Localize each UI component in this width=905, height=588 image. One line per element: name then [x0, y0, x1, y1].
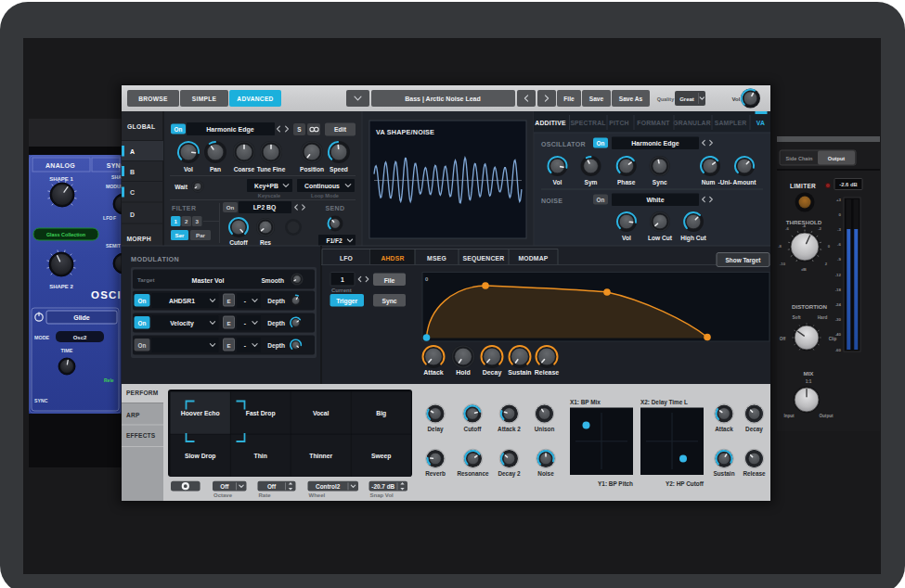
svg-text:SAMPLER: SAMPLER	[715, 120, 747, 126]
svg-text:Osc2: Osc2	[73, 335, 87, 340]
svg-text:Depth: Depth	[267, 298, 285, 305]
svg-text:-3: -3	[837, 227, 841, 232]
svg-text:Target: Target	[137, 276, 154, 283]
svg-text:AHDSR: AHDSR	[381, 255, 404, 262]
svg-text:Low Cut: Low Cut	[648, 235, 673, 241]
svg-text:-12: -12	[835, 273, 842, 277]
svg-text:-: -	[244, 298, 246, 304]
svg-text:Reverb: Reverb	[425, 470, 446, 477]
svg-text:SYNC: SYNC	[34, 398, 48, 403]
svg-text:ADDITIVE: ADDITIVE	[535, 120, 566, 126]
svg-text:SEND: SEND	[325, 205, 344, 211]
svg-text:NOISE: NOISE	[541, 198, 562, 204]
svg-text:Bass | Arctic Noise Lead: Bass | Arctic Noise Lead	[405, 96, 480, 103]
svg-text:Vol: Vol	[732, 96, 741, 102]
svg-text:-10: -10	[780, 262, 786, 266]
svg-text:PERFORM: PERFORM	[126, 390, 159, 396]
svg-text:Rate: Rate	[259, 492, 272, 498]
svg-text:Pan: Pan	[210, 166, 221, 173]
svg-text:Current: Current	[331, 288, 352, 293]
svg-text:LFO: LFO	[103, 215, 112, 221]
svg-text:Sustain: Sustain	[508, 369, 531, 376]
svg-text:Sync: Sync	[381, 298, 396, 305]
svg-text:-6: -6	[837, 242, 841, 247]
svg-text:Tune Fine: Tune Fine	[257, 166, 286, 173]
svg-text:Wait: Wait	[175, 184, 187, 190]
svg-text:1: 1	[174, 218, 177, 224]
svg-text:E: E	[226, 298, 230, 304]
svg-text:Release: Release	[743, 470, 766, 477]
svg-text:-4: -4	[802, 224, 806, 228]
svg-text:SHAPE 1: SHAPE 1	[49, 176, 73, 182]
svg-text:DISTORTION: DISTORTION	[792, 303, 828, 310]
svg-text:D: D	[130, 211, 135, 218]
svg-text:Quality: Quality	[657, 96, 674, 102]
svg-text:EFFECTS: EFFECTS	[126, 432, 156, 439]
svg-text:On: On	[597, 140, 605, 147]
svg-text:Depth: Depth	[267, 342, 285, 350]
svg-text:X1: BP Mix: X1: BP Mix	[570, 399, 601, 405]
svg-text:Off: Off	[220, 483, 229, 490]
svg-text:Trigger: Trigger	[336, 298, 357, 305]
svg-text:-24: -24	[835, 302, 842, 307]
svg-text:3: 3	[195, 218, 199, 224]
svg-text:GRANULAR: GRANULAR	[673, 120, 711, 126]
svg-text:Cutoff: Cutoff	[229, 239, 248, 246]
svg-text:Control2: Control2	[316, 483, 341, 490]
svg-text:Soft: Soft	[793, 315, 801, 320]
svg-text:Thin: Thin	[254, 453, 267, 459]
svg-text:On: On	[597, 197, 605, 203]
svg-text:1: 1	[341, 276, 344, 283]
svg-text:Sweep: Sweep	[371, 453, 392, 460]
svg-text:+3: +3	[836, 198, 842, 202]
svg-text:Vol: Vol	[553, 179, 562, 185]
svg-text:VA: VA	[756, 120, 765, 126]
svg-text:Res: Res	[260, 239, 271, 246]
svg-text:-2: -2	[818, 226, 821, 231]
svg-text:FILTER: FILTER	[172, 205, 196, 211]
svg-text:-: -	[244, 320, 246, 326]
svg-text:C: C	[130, 189, 135, 196]
svg-text:On: On	[138, 320, 147, 326]
svg-text:FORMANT: FORMANT	[637, 120, 670, 126]
svg-text:Decay: Decay	[745, 426, 763, 433]
svg-text:Big: Big	[376, 410, 386, 417]
svg-text:LP2 BQ: LP2 BQ	[253, 204, 277, 211]
svg-text:Wheel: Wheel	[309, 492, 326, 498]
svg-text:Key+PB: Key+PB	[254, 183, 278, 190]
svg-text:File: File	[384, 277, 395, 284]
svg-text:Glide: Glide	[73, 314, 90, 321]
svg-text:Speed: Speed	[330, 166, 348, 173]
svg-text:TIME: TIME	[61, 348, 73, 353]
svg-text:Attack 2: Attack 2	[498, 426, 521, 432]
svg-text:Sustain: Sustain	[713, 470, 734, 477]
svg-text:-60: -60	[835, 348, 842, 352]
svg-text:-2.6 dB: -2.6 dB	[839, 182, 857, 187]
svg-text:Octave: Octave	[213, 492, 233, 498]
svg-text:High Cut: High Cut	[680, 235, 706, 242]
svg-text:B: B	[130, 169, 135, 175]
svg-text:E: E	[226, 342, 230, 349]
svg-text:SIMPLE: SIMPLE	[192, 96, 217, 102]
svg-text:Depth: Depth	[267, 320, 285, 327]
svg-text:Output: Output	[819, 414, 834, 418]
svg-text:-8: -8	[778, 244, 782, 249]
svg-text:Off: Off	[267, 483, 277, 490]
svg-text:F1/F2: F1/F2	[326, 237, 343, 244]
svg-text:MIX: MIX	[803, 370, 814, 377]
svg-text:Vol: Vol	[622, 235, 631, 241]
svg-text:Position: Position	[300, 166, 324, 173]
svg-text:Keyscale: Keyscale	[258, 193, 280, 198]
svg-text:Side Chain: Side Chain	[786, 156, 813, 161]
svg-text:Delay: Delay	[427, 426, 443, 433]
svg-text:Save: Save	[589, 96, 604, 102]
svg-text:Great: Great	[679, 96, 694, 102]
svg-text:GLOBAL: GLOBAL	[127, 123, 156, 130]
svg-text:-Uni-: -Uni-	[718, 179, 731, 185]
svg-text:MORPH: MORPH	[127, 236, 151, 242]
svg-text:Save As: Save As	[619, 96, 643, 102]
svg-text:On: On	[226, 204, 235, 211]
svg-text:LFO: LFO	[340, 255, 353, 262]
svg-text:Vol: Vol	[184, 166, 193, 173]
svg-text:On: On	[175, 126, 183, 133]
